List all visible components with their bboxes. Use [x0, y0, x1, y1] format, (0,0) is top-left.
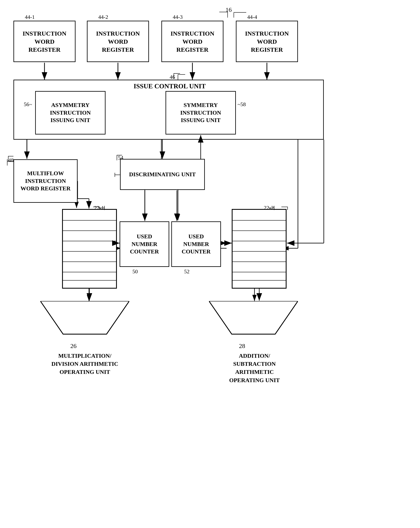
iwr4-label: INSTRUCTIONWORDREGISTER	[245, 29, 289, 54]
iwr1-label: INSTRUCTIONWORDREGISTER	[23, 29, 66, 54]
asymmetry-box: ASYMMETRYINSTRUCTIONISSUING UNIT	[35, 91, 106, 134]
ref-58: ~58	[238, 101, 246, 108]
queue-2	[232, 209, 287, 289]
ref-22-1: 22-1	[94, 205, 104, 211]
queue-1	[62, 209, 117, 289]
counter1-box: USEDNUMBERCOUNTER	[120, 221, 169, 267]
funnel2-label: ADDITION/SUBTRACTIONARITHMETICOPERATING …	[190, 352, 319, 384]
funnel1-label: MULTIPLICATION/DIVISION ARITHMETICOPERAT…	[21, 352, 149, 376]
iwr1-box: INSTRUCTIONWORDREGISTER	[13, 21, 75, 62]
svg-marker-20	[40, 301, 129, 334]
ref-44-3: 44-3	[173, 14, 183, 20]
multiflow-label: MULTIFLOWINSTRUCTIONWORD REGISTER	[21, 170, 71, 192]
ref-54: 54	[118, 155, 123, 161]
funnel1-svg	[40, 301, 129, 342]
ref-56: 56~	[24, 101, 32, 108]
ref-44-1: 44-1	[25, 14, 35, 20]
counter1-label: USEDNUMBERCOUNTER	[130, 233, 159, 255]
diagram: 16 INSTRUCTIONWORDREGISTER 44-1 INSTRUCT…	[0, 0, 420, 528]
ref-52: 52	[184, 269, 190, 275]
multiflow-box: MULTIFLOWINSTRUCTIONWORD REGISTER	[13, 159, 78, 203]
symmetry-box: SYMMETRYINSTRUCTIONISSUING UNIT	[166, 91, 236, 134]
svg-marker-21	[209, 301, 298, 334]
ref-44-2: 44-2	[98, 14, 108, 20]
ref-28: 28	[239, 342, 245, 349]
iwr2-box: INSTRUCTIONWORDREGISTER	[87, 21, 149, 62]
iwr3-box: INSTRUCTIONWORDREGISTER	[161, 21, 223, 62]
ref-26: 26	[70, 342, 77, 349]
funnel2-svg	[209, 301, 298, 342]
asymmetry-label: ASYMMETRYINSTRUCTIONISSUING UNIT	[50, 101, 91, 124]
ref-46: 46	[170, 74, 175, 80]
ref-50: 50	[132, 269, 138, 275]
ref-16: 16	[226, 6, 232, 13]
ref-48: 48	[8, 157, 14, 163]
counter2-box: USEDNUMBERCOUNTER	[171, 221, 221, 267]
iwr3-label: INSTRUCTIONWORDREGISTER	[170, 29, 214, 54]
ref-44-4: 44-4	[247, 14, 257, 20]
iwr4-box: INSTRUCTIONWORDREGISTER	[236, 21, 298, 62]
discriminating-label: DISCRIMINATING UNIT	[129, 171, 196, 178]
discriminating-box: DISCRIMINATING UNIT	[120, 159, 205, 190]
iwr2-label: INSTRUCTIONWORDREGISTER	[96, 29, 140, 54]
counter2-label: USEDNUMBERCOUNTER	[182, 233, 211, 255]
issue-control-label: ISSUE CONTROL UNIT	[16, 82, 323, 91]
ref-22-2: 22-2	[264, 205, 274, 211]
symmetry-label: SYMMETRYINSTRUCTIONISSUING UNIT	[180, 101, 221, 124]
